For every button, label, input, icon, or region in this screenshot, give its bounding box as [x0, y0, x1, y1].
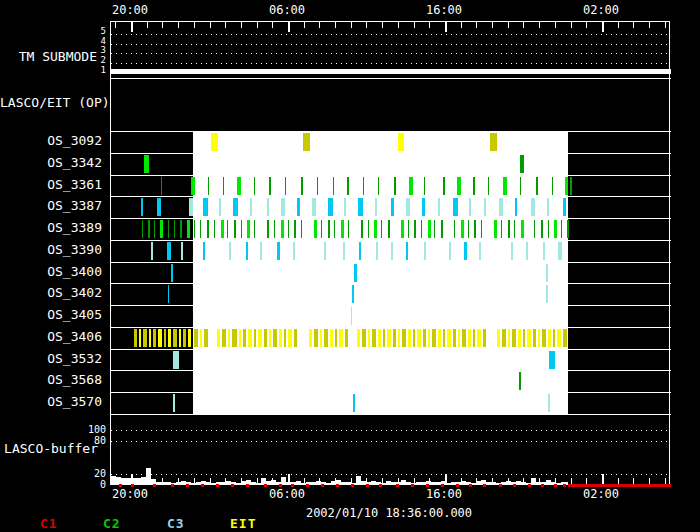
panel-separator [111, 131, 671, 132]
event-tick [453, 198, 458, 216]
event-tick [352, 285, 354, 303]
time-axis-minor-tick [492, 22, 493, 28]
event-tick [320, 329, 322, 347]
event-tick [481, 220, 482, 238]
event-tick [424, 242, 426, 260]
event-tick [428, 329, 430, 347]
event-tick [557, 329, 561, 347]
time-axis-minor-tick [523, 22, 524, 28]
event-tick [274, 220, 275, 238]
event-tick [347, 177, 349, 195]
event-tick [203, 198, 208, 216]
row-separator [111, 305, 671, 306]
legend-item-c2: C2 [103, 516, 121, 531]
time-axis-minor-tick [508, 22, 509, 28]
event-tick [294, 220, 296, 238]
event-tick [552, 177, 553, 195]
buffer-red-mark [528, 484, 531, 487]
row-separator [111, 392, 671, 393]
event-tick [514, 220, 515, 238]
event-tick [447, 329, 451, 347]
buffer-dotted-gridline [111, 441, 671, 442]
time-axis-minor-tick [272, 22, 273, 28]
event-tick [368, 329, 370, 347]
buffer-red-mark [554, 484, 557, 487]
event-tick [254, 177, 255, 195]
time-axis-minor-tick [335, 22, 336, 28]
buffer-ytick-label: 80 [82, 435, 106, 446]
event-tick [443, 177, 445, 195]
event-tick [328, 220, 330, 238]
time-axis-minor-tick [257, 22, 258, 28]
event-tick [148, 220, 150, 238]
row-separator [111, 175, 671, 176]
buffer-ytick-label: 20 [82, 468, 106, 479]
event-tick [173, 351, 179, 369]
row-label: OS_3568 [0, 373, 102, 387]
event-tick [453, 329, 456, 347]
row-separator [111, 327, 671, 328]
event-tick [164, 329, 166, 347]
event-tick [490, 133, 497, 151]
event-tick [343, 242, 345, 260]
event-tick [468, 329, 471, 347]
event-tick [548, 329, 551, 347]
event-tick [438, 329, 441, 347]
event-tick [233, 198, 238, 216]
event-tick [520, 155, 524, 173]
event-tick [179, 329, 181, 347]
event-tick [424, 177, 425, 195]
buffer-red-mark [264, 484, 267, 487]
event-tick [229, 242, 231, 260]
event-tick [375, 198, 377, 216]
event-tick [189, 198, 193, 216]
buffer-dotted-gridline [111, 474, 671, 475]
event-tick [254, 220, 255, 238]
event-tick [144, 155, 149, 173]
time-label-top: 16:00 [414, 4, 474, 17]
event-tick [458, 329, 460, 347]
event-tick [158, 329, 162, 347]
event-tick [161, 177, 162, 195]
time-axis-minor-tick [429, 22, 430, 28]
buffer-red-mark [321, 484, 324, 487]
event-tick [269, 177, 271, 195]
buffer-red-mark [153, 484, 156, 487]
event-tick [151, 242, 153, 260]
event-tick [194, 329, 198, 347]
event-tick [374, 220, 377, 238]
event-tick [223, 177, 224, 195]
event-tick [488, 177, 489, 195]
tm-dotted-gridline [111, 53, 671, 54]
event-tick [237, 177, 241, 195]
time-axis-minor-tick [147, 22, 148, 28]
event-tick [294, 329, 297, 347]
event-tick [469, 198, 471, 216]
buffer-dotted-gridline [111, 430, 671, 431]
event-tick [324, 242, 326, 260]
event-tick [269, 329, 271, 347]
event-tick [167, 242, 171, 260]
event-tick [567, 220, 569, 238]
event-tick [160, 220, 163, 238]
event-tick [428, 220, 431, 238]
event-tick [468, 220, 469, 238]
event-tick [519, 372, 521, 390]
time-axis-minor-tick [115, 22, 116, 28]
event-tick [363, 177, 364, 195]
event-tick [279, 329, 282, 347]
row-label: OS_3402 [0, 286, 102, 300]
buffer-red-mark [396, 484, 399, 487]
event-tick [538, 329, 540, 347]
event-tick [142, 220, 143, 238]
event-tick [301, 177, 303, 195]
buffer-red-mark [483, 484, 486, 487]
time-axis-minor-tick [586, 22, 587, 28]
time-axis-minor-tick [162, 22, 163, 28]
event-tick [344, 198, 346, 216]
event-tick [154, 220, 155, 238]
row-label: OS_3092 [0, 134, 102, 148]
row-label: OS_3389 [0, 221, 102, 235]
event-tick [234, 220, 236, 238]
event-tick [406, 242, 408, 260]
